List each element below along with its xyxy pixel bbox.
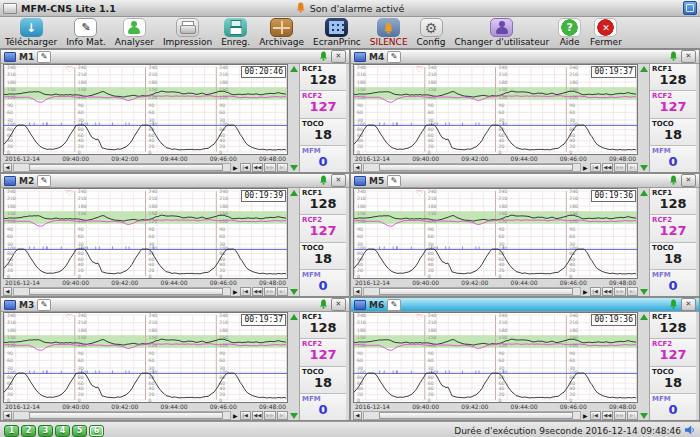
panel-close-button[interactable]: ✕ [681,298,696,311]
panel-alarm-bell-icon[interactable] [319,175,328,187]
nav-last-button[interactable]: ▶| [277,287,288,296]
scroll-up-icon[interactable] [640,314,648,320]
panel-alarm-bell-icon[interactable] [669,51,678,63]
edit-icon[interactable]: ✎ [387,299,401,311]
toolbar-button-changer-utilisateur[interactable]: Changer d'utilisateur [451,17,552,48]
toolbar-button-ecranprinc[interactable]: EcranPrinc [310,17,364,48]
panel-close-button[interactable]: ✕ [331,174,346,187]
nav-next-button[interactable]: ▶▶ [264,411,276,420]
scroll-left-button[interactable]: ◀ [3,287,12,296]
scroll-down-icon[interactable] [290,289,298,295]
scrollbar-thumb[interactable] [29,288,223,295]
scrollbar-thumb[interactable] [29,412,223,419]
play-button[interactable]: ▶ [233,412,238,419]
page-button-3[interactable]: 3 [38,425,53,437]
panel-header[interactable]: M6 ✎ ✕ [351,298,699,312]
panel-alarm-bell-icon[interactable] [669,299,678,311]
speaker-icon[interactable] [685,425,696,437]
titlebar-corner-button[interactable] [683,1,697,15]
play-button[interactable]: ▶ [583,288,588,295]
toolbar-button-config[interactable]: ⚙Config [414,17,449,48]
play-button[interactable]: ▶ [233,164,238,171]
nav-next-button[interactable]: ▶▶ [614,163,626,172]
nav-next-button[interactable]: ▶▶ [614,411,626,420]
nav-first-button[interactable]: |◀ [590,163,601,172]
page-button-4[interactable]: 4 [55,425,70,437]
nav-next-button[interactable]: ▶▶ [614,287,626,296]
nav-last-button[interactable]: ▶| [627,287,638,296]
page-button-2[interactable]: 2 [21,425,36,437]
scroll-down-icon[interactable] [290,413,298,419]
panel-header[interactable]: M2 ✎ ✕ [1,174,349,188]
nav-last-button[interactable]: ▶| [277,411,288,420]
panel-header[interactable]: M1 ✎ ✕ [1,50,349,64]
nav-prev-button[interactable]: ◀◀ [252,287,264,296]
edit-icon[interactable]: ✎ [37,175,51,187]
panel-close-button[interactable]: ✕ [331,298,346,311]
toolbar-button-analyser[interactable]: Analyser [112,17,157,48]
scrollbar-track[interactable] [363,411,581,420]
panel-alarm-bell-icon[interactable] [319,299,328,311]
page-button-6[interactable]: 6 [89,425,104,437]
nav-first-button[interactable]: |◀ [240,163,251,172]
panel-alarm-bell-icon[interactable] [669,175,678,187]
panel-header[interactable]: M5 ✎ ✕ [351,174,699,188]
toolbar-button-archivage[interactable]: Archivage [256,17,307,48]
scroll-left-button[interactable]: ◀ [353,411,362,420]
scrollbar-track[interactable] [363,163,581,172]
toolbar-button-aide[interactable]: ?Aide [555,17,584,48]
scrollbar-thumb[interactable] [379,164,573,171]
scroll-left-button[interactable]: ◀ [3,163,12,172]
nav-prev-button[interactable]: ◀◀ [252,411,264,420]
nav-next-button[interactable]: ▶▶ [264,287,276,296]
panel-alarm-bell-icon[interactable] [319,51,328,63]
panel-close-button[interactable]: ✕ [681,50,696,63]
page-button-5[interactable]: 5 [72,425,87,437]
scroll-left-button[interactable]: ◀ [353,287,362,296]
play-button[interactable]: ▶ [583,164,588,171]
nav-prev-button[interactable]: ◀◀ [602,287,614,296]
toolbar-button-info-mat[interactable]: ✎Info Mat. [63,17,109,48]
nav-next-button[interactable]: ▶▶ [264,163,276,172]
play-button[interactable]: ▶ [233,288,238,295]
scroll-down-icon[interactable] [640,289,648,295]
scroll-up-icon[interactable] [290,314,298,320]
nav-first-button[interactable]: |◀ [590,411,601,420]
scrollbar-thumb[interactable] [29,164,223,171]
scroll-down-icon[interactable] [640,165,648,171]
scroll-up-icon[interactable] [290,66,298,72]
scroll-down-icon[interactable] [290,165,298,171]
scrollbar-thumb[interactable] [379,288,573,295]
scroll-up-icon[interactable] [640,190,648,196]
toolbar-button-fermer[interactable]: ✕Fermer [587,17,625,48]
nav-first-button[interactable]: |◀ [590,287,601,296]
scrollbar-track[interactable] [363,287,581,296]
panel-close-button[interactable]: ✕ [331,50,346,63]
edit-icon[interactable]: ✎ [37,299,51,311]
page-button-1[interactable]: 1 [4,425,19,437]
toolbar-button-telecharger[interactable]: ↓Télécharger [2,17,60,48]
toolbar-button-impression[interactable]: Impression [160,17,215,48]
scrollbar-track[interactable] [13,287,231,296]
panel-close-button[interactable]: ✕ [681,174,696,187]
nav-first-button[interactable]: |◀ [240,411,251,420]
scroll-down-icon[interactable] [640,413,648,419]
edit-icon[interactable]: ✎ [387,51,401,63]
nav-last-button[interactable]: ▶| [627,411,638,420]
scrollbar-track[interactable] [13,163,231,172]
nav-prev-button[interactable]: ◀◀ [602,163,614,172]
scroll-up-icon[interactable] [290,190,298,196]
scroll-left-button[interactable]: ◀ [3,411,12,420]
nav-last-button[interactable]: ▶| [627,163,638,172]
edit-icon[interactable]: ✎ [37,51,51,63]
toolbar-button-enreg[interactable]: Enreg. [218,17,253,48]
scrollbar-thumb[interactable] [379,412,573,419]
scroll-up-icon[interactable] [640,66,648,72]
toolbar-button-silence[interactable]: SILENCE [367,17,411,48]
panel-header[interactable]: M3 ✎ ✕ [1,298,349,312]
play-button[interactable]: ▶ [583,412,588,419]
scroll-left-button[interactable]: ◀ [353,163,362,172]
panel-header[interactable]: M4 ✎ ✕ [351,50,699,64]
nav-prev-button[interactable]: ◀◀ [602,411,614,420]
scrollbar-track[interactable] [13,411,231,420]
